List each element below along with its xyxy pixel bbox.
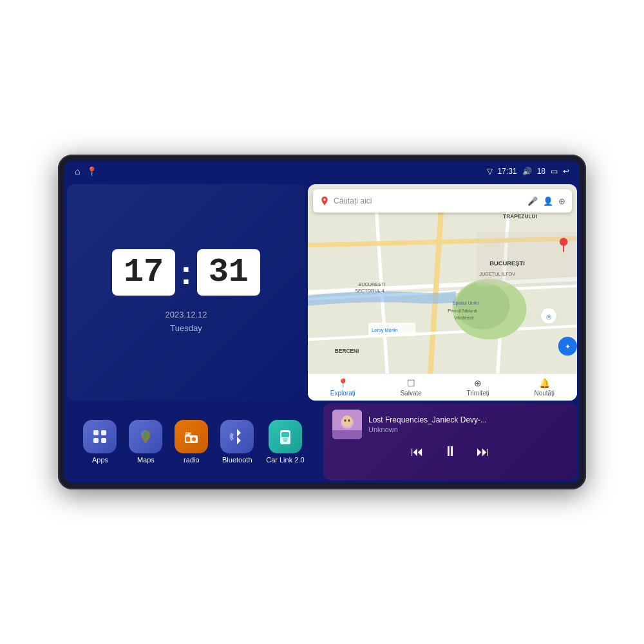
device-frame: ⌂ 📍 ▽ 17:31 🔊 18 ▭ ↩ 17 : 31 [58, 155, 586, 489]
svg-text:BERCENI: BERCENI [335, 348, 359, 354]
saved-label: Salvate [400, 390, 421, 397]
device-screen: ⌂ 📍 ▽ 17:31 🔊 18 ▭ ↩ 17 : 31 [64, 161, 580, 483]
volume-level: 18 [537, 167, 545, 176]
svg-rect-32 [101, 438, 106, 443]
music-play-button[interactable]: ⏸ [443, 444, 457, 459]
svg-rect-30 [101, 430, 106, 435]
google-maps-logo [319, 196, 330, 206]
svg-text:JUDEȚUL ILFOV: JUDEȚUL ILFOV [479, 271, 515, 277]
bluetooth-icon-bg [220, 420, 254, 453]
map-widget[interactable]: TRAPEZULUI BUCUREȘTI JUDEȚUL ILFOV BERCE… [308, 184, 577, 401]
svg-text:◎: ◎ [546, 313, 552, 320]
svg-point-9 [456, 282, 510, 329]
send-label: Trimiteți [467, 390, 489, 397]
svg-text:Parcul Natural: Parcul Natural [448, 308, 478, 314]
maps-status-icon[interactable]: 📍 [86, 166, 97, 176]
account-icon[interactable]: 👤 [543, 196, 553, 206]
music-controls: ⏮ ⏸ ⏭ [332, 444, 568, 459]
send-icon: ⊕ [474, 378, 482, 388]
svg-rect-29 [93, 430, 99, 435]
map-search-icons: 🎤 👤 ⊕ [527, 196, 565, 206]
app-icon-carlink[interactable]: Car Link 2.0 [266, 420, 304, 464]
status-left: ⌂ 📍 [75, 166, 97, 176]
map-nav-send[interactable]: ⊕ Trimiteți [467, 378, 489, 397]
svg-rect-39 [281, 432, 289, 437]
svg-text:FM: FM [185, 431, 191, 435]
svg-point-46 [345, 419, 346, 422]
radio-label: radio [184, 456, 199, 464]
status-right: ▽ 17:31 🔊 18 ▭ ↩ [487, 167, 569, 176]
clock-day-value: Tuesday [165, 322, 207, 336]
apps-label: Apps [92, 456, 108, 464]
svg-rect-31 [93, 438, 99, 443]
svg-rect-44 [332, 430, 362, 439]
svg-point-47 [348, 419, 350, 422]
map-nav-bar: 📍 Explorați ☐ Salvate ⊕ Trimiteți 🔔 [308, 374, 577, 401]
explore-label: Explorați [330, 390, 355, 397]
svg-text:TRAPEZULUI: TRAPEZULUI [503, 213, 537, 220]
back-icon[interactable]: ↩ [563, 167, 569, 176]
clock-date-value: 2023.12.12 [165, 308, 207, 322]
app-icon-bluetooth[interactable]: Bluetooth [220, 420, 254, 464]
app-icons-panel: Apps Maps [67, 403, 321, 480]
mic-icon[interactable]: 🎤 [527, 196, 538, 206]
app-icon-radio[interactable]: FM radio [175, 420, 208, 464]
clock-separator: : [180, 256, 191, 289]
svg-text:Leroy Merlin: Leroy Merlin [372, 327, 397, 333]
signal-icon: ▽ [487, 167, 493, 176]
clock-date: 2023.12.12 Tuesday [165, 308, 207, 336]
map-search-placeholder: Căutați aici [334, 196, 524, 205]
svg-rect-40 [283, 439, 288, 440]
carlink-svg-icon [276, 428, 294, 446]
bluetooth-svg-icon [228, 428, 246, 446]
apps-svg-icon [91, 428, 109, 446]
map-svg: TRAPEZULUI BUCUREȘTI JUDEȚUL ILFOV BERCE… [308, 184, 577, 401]
music-artist: Unknown [368, 426, 568, 433]
maps-svg-icon [137, 428, 155, 446]
svg-text:SECTORUL 4: SECTORUL 4 [355, 288, 384, 294]
music-info-row: Lost Frequencies_Janieck Devy-... Unknow… [332, 410, 568, 439]
apps-icon-bg [83, 420, 117, 453]
svg-rect-34 [186, 437, 190, 442]
app-icon-apps[interactable]: Apps [83, 420, 117, 464]
clock-display: 17 : 31 [112, 249, 260, 296]
svg-rect-41 [283, 440, 287, 442]
svg-point-35 [192, 437, 196, 441]
app-icon-maps[interactable]: Maps [129, 420, 162, 464]
explore-icon: 📍 [337, 378, 348, 388]
music-next-button[interactable]: ⏭ [477, 445, 489, 458]
album-art-svg [332, 410, 362, 439]
map-search-bar[interactable]: Căutați aici 🎤 👤 ⊕ [313, 189, 572, 213]
map-nav-news[interactable]: 🔔 Noutăți [534, 378, 554, 397]
status-bar: ⌂ 📍 ▽ 17:31 🔊 18 ▭ ↩ [64, 161, 580, 182]
clock-widget: 17 : 31 2023.12.12 Tuesday [67, 184, 305, 401]
svg-text:Văcărești: Văcărești [454, 315, 474, 321]
music-album-art [332, 410, 362, 439]
maps-icon-bg [129, 420, 162, 453]
news-label: Noutăți [534, 390, 554, 397]
music-prev-button[interactable]: ⏮ [411, 445, 424, 458]
svg-text:Splaiul Unirii: Splaiul Unirii [453, 300, 479, 306]
carlink-icon-bg [269, 420, 302, 453]
map-nav-explore[interactable]: 📍 Explorați [330, 378, 355, 397]
svg-text:BUCUREȘTI: BUCUREȘTI [358, 281, 385, 287]
music-player: Lost Frequencies_Janieck Devy-... Unknow… [323, 403, 577, 480]
map-container: TRAPEZULUI BUCUREȘTI JUDEȚUL ILFOV BERCE… [308, 184, 577, 401]
clock-hours: 17 [112, 249, 175, 296]
radio-icon-bg: FM [175, 420, 208, 453]
map-nav-saved[interactable]: ☐ Salvate [400, 378, 421, 397]
status-time: 17:31 [498, 167, 517, 176]
svg-text:BUCUREȘTI: BUCUREȘTI [489, 260, 525, 267]
bluetooth-label: Bluetooth [222, 456, 252, 464]
maps-label: Maps [137, 456, 155, 464]
music-text: Lost Frequencies_Janieck Devy-... Unknow… [368, 415, 568, 433]
battery-icon: ▭ [551, 167, 558, 176]
main-content: 17 : 31 2023.12.12 Tuesday [64, 182, 580, 483]
bottom-row: Apps Maps [67, 403, 577, 480]
home-icon[interactable]: ⌂ [75, 166, 80, 176]
news-icon: 🔔 [539, 378, 550, 388]
radio-svg-icon: FM [182, 428, 200, 446]
svg-point-45 [342, 415, 352, 427]
layers-icon[interactable]: ⊕ [558, 196, 565, 206]
saved-icon: ☐ [407, 378, 415, 388]
